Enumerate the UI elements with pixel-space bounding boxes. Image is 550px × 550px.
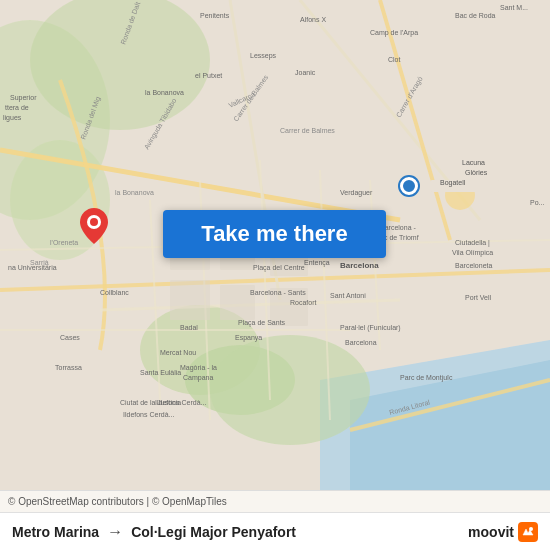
arrow-icon: → bbox=[107, 523, 123, 541]
attribution-text: © OpenStreetMap contributors | © OpenMap… bbox=[8, 496, 227, 507]
moovit-label: moovit bbox=[468, 524, 514, 540]
svg-text:Camp de l'Arpa: Camp de l'Arpa bbox=[370, 29, 418, 37]
svg-text:Glòries: Glòries bbox=[465, 169, 488, 176]
svg-text:Lesseps: Lesseps bbox=[250, 52, 277, 60]
moovit-icon bbox=[518, 522, 538, 542]
map-attribution: © OpenStreetMap contributors | © OpenMap… bbox=[0, 490, 550, 512]
svg-text:Paral·lel (Funicular): Paral·lel (Funicular) bbox=[340, 324, 401, 332]
svg-text:Lacuna: Lacuna bbox=[462, 159, 485, 166]
svg-text:Campana: Campana bbox=[183, 374, 213, 382]
svg-text:Mercat Nou: Mercat Nou bbox=[160, 349, 196, 356]
svg-text:Sant M...: Sant M... bbox=[500, 4, 528, 11]
svg-text:Barcelona: Barcelona bbox=[340, 261, 379, 270]
svg-text:l'Oreneta: l'Oreneta bbox=[50, 239, 78, 246]
svg-point-5 bbox=[210, 335, 370, 445]
svg-text:Sant Antoni: Sant Antoni bbox=[330, 292, 366, 299]
svg-text:Ildefons Cerdà...: Ildefons Cerdà... bbox=[155, 399, 206, 406]
svg-point-91 bbox=[90, 218, 98, 226]
svg-text:Superior: Superior bbox=[10, 94, 37, 102]
svg-text:Bac de Roda: Bac de Roda bbox=[455, 12, 496, 19]
svg-text:Magòria - la: Magòria - la bbox=[180, 364, 217, 372]
svg-text:la Bonanova: la Bonanova bbox=[115, 189, 154, 196]
origin-label: Metro Marina bbox=[12, 524, 99, 540]
svg-text:Carrer de Balmes: Carrer de Balmes bbox=[280, 127, 335, 134]
svg-text:Po...: Po... bbox=[530, 199, 544, 206]
map-container: Ronda del Mig l'Oreneta Sarrià Barcelona… bbox=[0, 0, 550, 490]
svg-text:Verdaguer: Verdaguer bbox=[340, 189, 373, 197]
svg-point-92 bbox=[529, 527, 533, 531]
svg-text:Rocafort: Rocafort bbox=[290, 299, 317, 306]
svg-text:Plaça del Centre: Plaça del Centre bbox=[253, 264, 305, 272]
moovit-logo: moovit bbox=[468, 522, 538, 542]
svg-text:Parc de Montjuïc: Parc de Montjuïc bbox=[400, 374, 453, 382]
svg-text:Santa Eulàlia: Santa Eulàlia bbox=[140, 369, 181, 376]
svg-text:Entença: Entença bbox=[304, 259, 330, 267]
svg-text:Cases: Cases bbox=[60, 334, 80, 341]
svg-text:Joanic: Joanic bbox=[295, 69, 316, 76]
info-bar: Metro Marina → Col·Legi Major Penyafort … bbox=[0, 512, 550, 550]
svg-text:ttera de: ttera de bbox=[5, 104, 29, 111]
destination-label: Col·Legi Major Penyafort bbox=[131, 524, 296, 540]
destination-dot bbox=[400, 177, 418, 195]
svg-text:Barcelona: Barcelona bbox=[345, 339, 377, 346]
svg-text:Vila Olímpica: Vila Olímpica bbox=[452, 249, 493, 257]
svg-text:Penitents: Penitents bbox=[200, 12, 230, 19]
svg-text:Ciutadella |: Ciutadella | bbox=[455, 239, 490, 247]
svg-text:Clot: Clot bbox=[388, 56, 401, 63]
svg-text:Espanya: Espanya bbox=[235, 334, 262, 342]
origin-pin bbox=[80, 208, 108, 244]
svg-text:Torrassa: Torrassa bbox=[55, 364, 82, 371]
take-me-there-button[interactable]: Take me there bbox=[163, 210, 386, 258]
svg-text:el Putxet: el Putxet bbox=[195, 72, 222, 79]
svg-text:Bogatell: Bogatell bbox=[440, 179, 466, 187]
svg-text:ligues: ligues bbox=[3, 114, 22, 122]
svg-text:Barceloneta: Barceloneta bbox=[455, 262, 492, 269]
svg-text:la Bonanova: la Bonanova bbox=[145, 89, 184, 96]
svg-text:Plaça de Sants: Plaça de Sants bbox=[238, 319, 286, 327]
svg-text:Barcelona - Sants: Barcelona - Sants bbox=[250, 289, 306, 296]
svg-text:na Universitária: na Universitária bbox=[8, 264, 57, 271]
svg-text:Ildefons Cerdà...: Ildefons Cerdà... bbox=[123, 411, 174, 418]
take-me-there-label: Take me there bbox=[201, 221, 347, 247]
svg-text:Badal: Badal bbox=[180, 324, 198, 331]
svg-text:Port Vell: Port Vell bbox=[465, 294, 492, 301]
svg-text:Alfons X: Alfons X bbox=[300, 16, 326, 23]
svg-text:Collblanc: Collblanc bbox=[100, 289, 129, 296]
svg-rect-25 bbox=[170, 280, 210, 320]
